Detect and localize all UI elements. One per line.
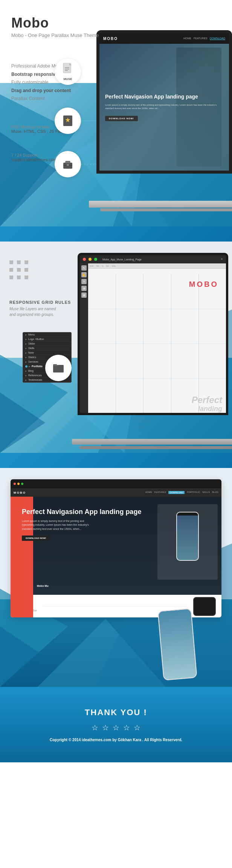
browser-min-dot (17, 483, 20, 485)
browser-nav-portfolio: PORTFOLIO (187, 491, 200, 494)
psd-value: Muse, HTML, CSS , JS Files (11, 129, 64, 134)
editor-min-btn (89, 258, 92, 261)
editor-laptop-base (72, 439, 232, 445)
editor-canvas-title: MOBO (189, 280, 218, 289)
browser-mockup: MOBO HOME FEATURES DOWNLOAD PORTFOLIO SK… (11, 479, 221, 617)
layer-arrow-8: ▶ (29, 365, 31, 368)
grid-desc-italic: Muse file Layers (9, 307, 37, 311)
toolbar-crop: ⊠ (81, 292, 87, 298)
dot-4 (9, 268, 13, 272)
award-star-icon (62, 115, 74, 127)
editor-grid-lines (88, 274, 226, 413)
layer-slider: ▶ Slider (23, 342, 71, 346)
phone-top (177, 512, 198, 516)
laptop-base (89, 201, 232, 208)
browser-hero-title: Perfect Navigasion App landing page (22, 508, 141, 516)
svg-marker-30 (38, 619, 166, 687)
editor-tab-close: ✕ (221, 258, 223, 261)
layer-arrow-7: ▶ (25, 360, 27, 363)
layer-note: ▶ Note (23, 351, 71, 355)
section-divider (43, 606, 188, 606)
feature-4: Drag and drop your content (11, 87, 80, 95)
dot-8 (17, 275, 21, 279)
editor-section: RESPONSIVE GRID RULES Muse file Layers a… (0, 242, 232, 453)
browser-max-dot (21, 483, 23, 485)
layer-arrow-5: ▶ (25, 351, 27, 354)
hero-section: Mobo Mobo - One Page Parallax Muse Theme… (0, 0, 232, 226)
dot-9 (24, 275, 28, 279)
footer-copyright: Copyright © 2014 ideathemes.com by Gökha… (50, 738, 182, 742)
layer-arrow-4: ▶ (25, 347, 27, 349)
grid-desc: Muse file Layers are named and organized… (9, 306, 62, 317)
grid-text-area: RESPONSIVE GRID RULES Muse file Layers a… (9, 300, 71, 317)
toolbar-zoom: ⊕ (81, 286, 87, 291)
layer-text-3: Slider (28, 342, 35, 345)
folder-icon-circle (45, 355, 72, 381)
app-title: Mobo (11, 15, 99, 31)
browser-download-btn[interactable]: DOWNLOAD NOW! (22, 536, 50, 541)
grid-dots (9, 260, 30, 281)
toolbox-icon (62, 158, 74, 170)
support-label: 7 / 24 Support (11, 153, 56, 157)
laptop-hero-desc: Lorem ipsum is simply dummy text of the … (105, 103, 223, 110)
laptop-download-btn[interactable]: DOWNLOAD NOW! (105, 116, 138, 121)
laptop-hero-text: Perfect Navigasion App landing page Lore… (105, 93, 223, 121)
white-phone-mockup (157, 608, 197, 680)
editor-title-text: Mobo_App_Muse_Landing_Page (102, 258, 218, 261)
star-icon-circle (55, 108, 81, 134)
laptop-mockup: MOBO HOME FEATURES DOWNLOAD Perfect Navi… (96, 30, 232, 211)
title-area: Mobo Mobo - One Page Parallax Muse Theme (11, 15, 99, 38)
feature-5: Parallax Content (11, 95, 80, 103)
layer-dot-1 (25, 365, 27, 368)
white-phone-screen (158, 609, 196, 680)
support-info: 7 / 24 Support support.ideathemes.com (11, 153, 56, 162)
layer-text-9: Blog (28, 369, 34, 372)
browser-navbar: MOBO HOME FEATURES DOWNLOAD PORTFOLIO SK… (11, 488, 221, 497)
editor-toolbar: ↖ ✋ T ⊕ ⊠ (80, 263, 88, 413)
tools-icon-circle (55, 151, 81, 177)
muse-label: MUSE (62, 77, 74, 81)
browser-hero-text: Perfect Navigasion App landing page Lore… (22, 508, 141, 541)
star-2: ☆ (102, 723, 109, 732)
star-4: ☆ (123, 723, 130, 732)
editor-screen: Mobo_App_Muse_Landing_Page ✕ ↖ ✋ T ⊕ ⊠ 1… (78, 253, 228, 415)
copyright-rights: . All Rights Reserverd. (142, 738, 182, 742)
editor-perfect-hint: Perfect (192, 395, 222, 405)
svg-rect-26 (53, 366, 64, 372)
toolbar-hand: ✋ (81, 272, 87, 277)
editor-laptop-foot (79, 446, 232, 449)
layer-text-2: Logo +Button (28, 338, 44, 340)
laptop-hero-content: Perfect Navigasion App landing page Lore… (99, 44, 229, 171)
svg-marker-1 (0, 132, 56, 226)
browser-nav-links: HOME FEATURES DOWNLOAD PORTFOLIO SKILLS … (145, 491, 218, 494)
editor-canvas-inner: MOBO Perfect landing (88, 269, 226, 413)
editor-ruler: 100 50 0 50 100 (88, 263, 226, 269)
blue-divider-2 (0, 453, 232, 468)
browser-mobo-label: Mobo Mu (37, 585, 49, 587)
phone-screen-content (177, 516, 198, 561)
copyright-text: Copyright © 2014 ideathemes.com by (50, 738, 117, 742)
dot-7 (9, 275, 13, 279)
browser-nav-download: DOWNLOAD (168, 491, 185, 494)
ruler-mark-5: 100 (112, 265, 116, 267)
layer-arrow-3: ▶ (25, 342, 27, 345)
title-subtitle: Mobo - One Page Parallax Muse Theme (11, 32, 99, 38)
browser-nav-home: HOME (145, 491, 152, 494)
blue-divider-1 (0, 226, 232, 242)
layer-arrow-2: ▶ (25, 338, 27, 340)
dot-3 (24, 260, 28, 264)
browser-nav-skills: SKILLS (202, 491, 210, 494)
editor-max-btn (94, 258, 97, 261)
editor-titlebar: Mobo_App_Muse_Landing_Page ✕ (80, 255, 226, 263)
svg-marker-29 (0, 626, 45, 687)
laptop-hero-title: Perfect Navigasion App landing page (105, 93, 223, 100)
layer-text-11: Testimonals (28, 379, 42, 381)
laptop-navbar: MOBO HOME FEATURES DOWNLOAD (99, 33, 229, 44)
svg-marker-20 (0, 392, 45, 453)
muse-file-icon (62, 63, 74, 75)
star-5: ☆ (134, 723, 140, 732)
svg-rect-13 (66, 161, 70, 163)
editor-laptop: Mobo_App_Muse_Landing_Page ✕ ↖ ✋ T ⊕ ⊠ 1… (78, 253, 232, 449)
layer-arrow-10: ▶ (25, 374, 27, 377)
bottom-phone (193, 597, 216, 616)
